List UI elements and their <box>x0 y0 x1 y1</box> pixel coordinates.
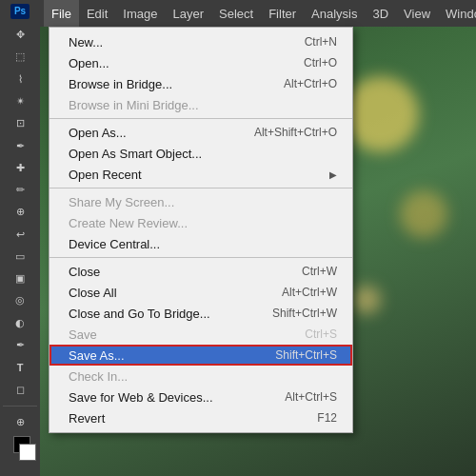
tool-type[interactable]: T <box>3 357 37 377</box>
menu-device-central[interactable]: Device Central... <box>50 233 352 254</box>
tool-brush[interactable]: ✏ <box>3 180 37 200</box>
menu-browse-mini: Browse in Mini Bridge... <box>50 94 352 115</box>
toolbar: Ps ✥ ⬚ ⌇ ✴ ⊡ ✒ ✚ ✏ ⊕ ↩ ▭ ▣ ◎ ◐ ✒ T ◻ ⊕ <box>0 0 40 476</box>
toolbar-separator <box>3 406 37 407</box>
menu-image[interactable]: Image <box>115 0 165 27</box>
menu-check-in: Check In... <box>50 366 352 387</box>
tool-marquee[interactable]: ⬚ <box>3 47 37 67</box>
menu-3d[interactable]: 3D <box>365 0 396 27</box>
menu-close-all[interactable]: Close All Alt+Ctrl+W <box>50 282 352 303</box>
tool-dodge[interactable]: ◐ <box>3 313 37 333</box>
menu-layer[interactable]: Layer <box>166 0 212 27</box>
menu-window[interactable]: Window <box>438 0 476 27</box>
tool-pen[interactable]: ✒ <box>3 335 37 355</box>
menu-filter[interactable]: Filter <box>261 0 304 27</box>
tool-clone[interactable]: ⊕ <box>3 202 37 222</box>
menubar: File Edit Image Layer Select Filter Anal… <box>40 0 476 27</box>
color-swatches <box>11 434 29 468</box>
tool-blur[interactable]: ◎ <box>3 290 37 310</box>
menu-analysis[interactable]: Analysis <box>304 0 365 27</box>
menu-close-bridge[interactable]: Close and Go To Bridge... Shift+Ctrl+W <box>50 303 352 324</box>
menu-select[interactable]: Select <box>211 0 261 27</box>
separator-1 <box>50 118 352 119</box>
app-logo: Ps <box>10 4 30 19</box>
menu-revert[interactable]: Revert F12 <box>50 407 352 428</box>
tool-path[interactable]: ◻ <box>3 379 37 399</box>
tool-move[interactable]: ✥ <box>3 25 37 45</box>
menu-share-screen: Share My Screen... <box>50 191 352 212</box>
menu-save: Save Ctrl+S <box>50 324 352 345</box>
menu-create-review: Create New Review... <box>50 212 352 233</box>
menu-open-as[interactable]: Open As... Alt+Shift+Ctrl+O <box>50 122 352 143</box>
separator-2 <box>50 188 352 188</box>
bokeh-light-3 <box>352 286 381 314</box>
tool-zoom[interactable]: ⊕ <box>3 412 37 432</box>
menu-open-smart[interactable]: Open As Smart Object... <box>50 143 352 164</box>
menu-browse-bridge[interactable]: Browse in Bridge... Alt+Ctrl+O <box>50 73 352 94</box>
menu-file[interactable]: File <box>44 0 79 27</box>
bokeh-light-2 <box>400 190 447 238</box>
menu-view[interactable]: View <box>396 0 438 27</box>
tool-heal[interactable]: ✚ <box>3 158 37 178</box>
tool-magic-wand[interactable]: ✴ <box>3 91 37 111</box>
menu-new[interactable]: New... Ctrl+N <box>50 31 352 52</box>
separator-3 <box>50 257 352 258</box>
menu-save-as[interactable]: Save As... Shift+Ctrl+S <box>50 345 352 366</box>
tool-crop[interactable]: ⊡ <box>3 113 37 133</box>
menu-open[interactable]: Open... Ctrl+O <box>50 52 352 73</box>
tool-history[interactable]: ↩ <box>3 225 37 245</box>
tool-lasso[interactable]: ⌇ <box>3 69 37 89</box>
tool-eyedropper[interactable]: ✒ <box>3 135 37 155</box>
tool-eraser[interactable]: ▭ <box>3 247 37 267</box>
menu-save-web[interactable]: Save for Web & Devices... Alt+Ctrl+S <box>50 387 352 407</box>
menu-open-recent[interactable]: Open Recent ▶ <box>50 164 352 185</box>
file-dropdown: New... Ctrl+N Open... Ctrl+O Browse in B… <box>49 27 353 433</box>
menu-edit[interactable]: Edit <box>79 0 115 27</box>
bokeh-light-1 <box>343 76 419 152</box>
tool-gradient[interactable]: ▣ <box>3 268 37 288</box>
menu-close[interactable]: Close Ctrl+W <box>50 261 352 282</box>
